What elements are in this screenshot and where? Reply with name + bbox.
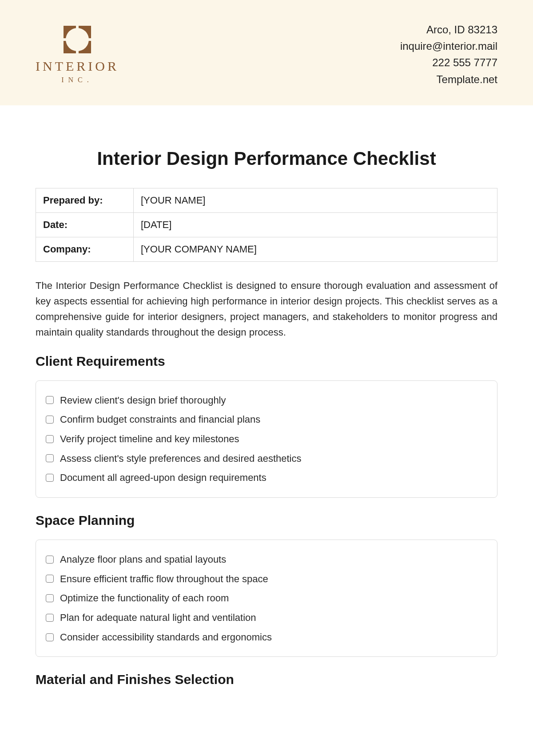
checklist-item[interactable]: Optimize the functionality of each room bbox=[46, 588, 487, 608]
page-title: Interior Design Performance Checklist bbox=[36, 148, 497, 169]
checklist-item-label: Confirm budget constraints and financial… bbox=[60, 413, 260, 426]
meta-key: Date: bbox=[36, 212, 134, 237]
checklist-item[interactable]: Plan for adequate natural light and vent… bbox=[46, 608, 487, 628]
document-header: INTERIOR INC. Arco, ID 83213 inquire@int… bbox=[0, 0, 533, 105]
table-row: Prepared by: [YOUR NAME] bbox=[36, 188, 497, 212]
checklist-item-label: Consider accessibility standards and erg… bbox=[60, 631, 272, 644]
checkbox[interactable] bbox=[46, 614, 54, 622]
logo-wordmark: INTERIOR bbox=[36, 60, 119, 73]
checkbox[interactable] bbox=[46, 575, 54, 583]
checklist-item[interactable]: Ensure efficient traffic flow throughout… bbox=[46, 569, 487, 589]
checklist-client-requirements: Review client's design brief thoroughly … bbox=[36, 380, 497, 498]
contact-site: Template.net bbox=[400, 71, 497, 88]
checkbox[interactable] bbox=[46, 594, 54, 602]
checklist-item[interactable]: Analyze floor plans and spatial layouts bbox=[46, 550, 487, 569]
checklist-item[interactable]: Consider accessibility standards and erg… bbox=[46, 628, 487, 647]
logo-icon bbox=[62, 25, 93, 54]
document-body: Interior Design Performance Checklist Pr… bbox=[0, 105, 533, 717]
checklist-item-label: Verify project timeline and key mileston… bbox=[60, 432, 239, 446]
section-heading-space-planning: Space Planning bbox=[36, 513, 497, 528]
checklist-item-label: Assess client's style preferences and de… bbox=[60, 452, 301, 465]
contact-address: Arco, ID 83213 bbox=[400, 21, 497, 38]
section-heading-material-finishes: Material and Finishes Selection bbox=[36, 672, 497, 687]
checklist-space-planning: Analyze floor plans and spatial layouts … bbox=[36, 540, 497, 657]
checklist-item-label: Ensure efficient traffic flow throughout… bbox=[60, 572, 268, 586]
checklist-item[interactable]: Review client's design brief thoroughly bbox=[46, 391, 487, 410]
checklist-item-label: Review client's design brief thoroughly bbox=[60, 394, 226, 407]
checkbox[interactable] bbox=[46, 556, 54, 564]
checkbox[interactable] bbox=[46, 474, 54, 482]
table-row: Company: [YOUR COMPANY NAME] bbox=[36, 237, 497, 261]
meta-table: Prepared by: [YOUR NAME] Date: [DATE] Co… bbox=[36, 188, 497, 262]
meta-value: [YOUR NAME] bbox=[134, 188, 497, 212]
checklist-item[interactable]: Verify project timeline and key mileston… bbox=[46, 429, 487, 449]
meta-value: [DATE] bbox=[134, 212, 497, 237]
checkbox[interactable] bbox=[46, 633, 54, 641]
checklist-item-label: Document all agreed-upon design requirem… bbox=[60, 471, 266, 484]
checklist-item-label: Plan for adequate natural light and vent… bbox=[60, 611, 256, 624]
contact-phone: 222 555 7777 bbox=[400, 54, 497, 71]
table-row: Date: [DATE] bbox=[36, 212, 497, 237]
logo-subtext: INC. bbox=[36, 76, 119, 84]
checkbox[interactable] bbox=[46, 454, 54, 462]
contact-email: inquire@interior.mail bbox=[400, 38, 497, 54]
checklist-item[interactable]: Document all agreed-upon design requirem… bbox=[46, 468, 487, 488]
checklist-item[interactable]: Assess client's style preferences and de… bbox=[46, 449, 487, 468]
meta-key: Company: bbox=[36, 237, 134, 261]
svg-point-4 bbox=[66, 28, 89, 51]
checklist-item[interactable]: Confirm budget constraints and financial… bbox=[46, 410, 487, 429]
intro-paragraph: The Interior Design Performance Checklis… bbox=[36, 278, 497, 340]
meta-value: [YOUR COMPANY NAME] bbox=[134, 237, 497, 261]
checkbox[interactable] bbox=[46, 416, 54, 424]
logo-block: INTERIOR INC. bbox=[36, 25, 119, 84]
section-heading-client-requirements: Client Requirements bbox=[36, 354, 497, 369]
checkbox[interactable] bbox=[46, 396, 54, 404]
contact-info: Arco, ID 83213 inquire@interior.mail 222… bbox=[400, 21, 497, 88]
checklist-item-label: Analyze floor plans and spatial layouts bbox=[60, 553, 226, 566]
meta-key: Prepared by: bbox=[36, 188, 134, 212]
checkbox[interactable] bbox=[46, 435, 54, 443]
checklist-item-label: Optimize the functionality of each room bbox=[60, 592, 229, 605]
